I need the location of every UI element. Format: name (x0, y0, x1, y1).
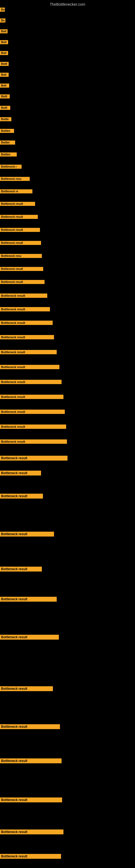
bar-label-38: Bottleneck result (0, 494, 43, 499)
bar-item-24: Bottleneck result (0, 280, 45, 285)
bar-item-29: Bottleneck result (0, 350, 57, 355)
bar-label-13: Bottler (0, 141, 15, 145)
bar-label-47: Bottleneck result (0, 830, 63, 834)
bar-label-34: Bottleneck result (0, 425, 66, 429)
bar-label-12: Bottlen (0, 129, 14, 133)
bar-label-37: Bottleneck result (0, 471, 41, 475)
bar-item-3: Bott (0, 29, 8, 34)
bar-item-30: Bottleneck result (0, 365, 59, 370)
bar-item-32: Bottleneck result (0, 395, 63, 400)
bar-item-34: Bottleneck result (0, 425, 66, 430)
bar-item-36: Bottleneck result (0, 456, 68, 462)
bar-label-11: Bottle (0, 117, 11, 121)
bar-item-2: Bo (0, 19, 5, 24)
bar-label-5: Bott (0, 51, 8, 55)
bar-label-29: Bottleneck result (0, 350, 57, 354)
bar-label-28: Bottleneck result (0, 335, 54, 339)
bar-label-10: Bottl (0, 106, 10, 110)
bar-item-26: Bottleneck result (0, 307, 50, 312)
bar-item-14: Bottlen (0, 152, 17, 158)
bar-item-38: Bottleneck result (0, 494, 43, 500)
bar-item-6: Bottl (0, 62, 9, 67)
bar-item-35: Bottleneck result (0, 439, 67, 445)
bar-item-16: Bottleneck resu (0, 177, 30, 182)
bar-label-35: Bottleneck result (0, 439, 67, 444)
bar-label-31: Bottleneck result (0, 380, 61, 384)
bar-item-15: Bottleneck r (0, 165, 21, 170)
bar-item-47: Bottleneck result (0, 830, 63, 835)
bar-item-5: Bott (0, 51, 8, 56)
bar-label-24: Bottleneck result (0, 280, 45, 284)
bar-label-22: Bottleneck resu (0, 254, 42, 258)
bar-label-26: Bottleneck result (0, 307, 50, 311)
bar-label-18: Bottleneck result (0, 202, 35, 206)
bar-label-36: Bottleneck result (0, 456, 68, 461)
bar-label-1: Bo (0, 8, 5, 12)
bar-item-18: Bottleneck result (0, 202, 35, 207)
site-title: TheBottlenecker.com (0, 0, 135, 8)
bar-item-42: Bottleneck result (0, 635, 59, 641)
bar-item-27: Bottleneck result (0, 321, 53, 326)
bar-item-33: Bottleneck result (0, 410, 65, 415)
bar-label-33: Bottleneck result (0, 410, 65, 414)
bar-item-4: Bott (0, 40, 8, 45)
bar-label-15: Bottleneck r (0, 165, 21, 169)
bar-item-22: Bottleneck resu (0, 254, 42, 259)
bar-label-39: Bottleneck result (0, 532, 54, 536)
bar-item-43: Bottleneck result (0, 686, 53, 692)
bar-label-7: Bott (0, 73, 9, 77)
bar-item-13: Bottler (0, 141, 15, 146)
bar-label-21: Bottleneck result (0, 241, 41, 245)
bar-item-8: Bott (0, 84, 9, 89)
bar-label-30: Bottleneck result (0, 365, 59, 369)
bar-label-8: Bott (0, 84, 9, 88)
bar-item-21: Bottleneck result (0, 241, 41, 246)
bar-item-19: Bottleneck result (0, 215, 38, 220)
bar-label-32: Bottleneck result (0, 395, 63, 399)
bar-item-37: Bottleneck result (0, 471, 41, 476)
bar-label-43: Bottleneck result (0, 686, 53, 691)
bar-item-25: Bottleneck result (0, 293, 47, 299)
bar-label-40: Bottleneck result (0, 567, 42, 571)
bar-label-14: Bottlen (0, 152, 17, 156)
bar-label-45: Bottleneck result (0, 758, 61, 763)
bar-label-44: Bottleneck result (0, 724, 60, 729)
bar-label-20: Bottleneck result (0, 228, 40, 232)
bar-item-17: Bottleneck re (0, 189, 32, 194)
bar-label-46: Bottleneck result (0, 798, 62, 802)
bar-label-9: Bottl (0, 94, 10, 98)
bar-label-6: Bottl (0, 62, 9, 66)
bar-item-9: Bottl (0, 94, 10, 99)
bar-label-3: Bott (0, 29, 8, 33)
bar-label-2: Bo (0, 19, 5, 23)
bar-item-44: Bottleneck result (0, 724, 60, 730)
bar-label-41: Bottleneck result (0, 597, 57, 601)
bar-item-10: Bottl (0, 106, 10, 111)
bar-item-12: Bottlen (0, 129, 14, 134)
bar-item-39: Bottleneck result (0, 532, 54, 538)
bar-item-20: Bottleneck result (0, 228, 40, 233)
bar-item-28: Bottleneck result (0, 335, 54, 340)
bar-item-41: Bottleneck result (0, 597, 57, 603)
bar-label-48: Bottleneck result (0, 854, 61, 859)
bar-item-23: Bottleneck result (0, 267, 43, 272)
bar-label-42: Bottleneck result (0, 635, 59, 640)
bar-item-1: Bo (0, 8, 5, 13)
bar-label-25: Bottleneck result (0, 293, 47, 298)
bar-item-48: Bottleneck result (0, 854, 61, 860)
bar-item-11: Bottle (0, 117, 11, 122)
bar-item-7: Bott (0, 73, 9, 78)
bar-label-17: Bottleneck re (0, 189, 32, 193)
bar-label-19: Bottleneck result (0, 215, 38, 219)
bar-item-40: Bottleneck result (0, 567, 42, 572)
bar-item-45: Bottleneck result (0, 758, 61, 764)
bar-item-31: Bottleneck result (0, 380, 61, 385)
bar-label-23: Bottleneck result (0, 267, 43, 271)
bar-item-46: Bottleneck result (0, 798, 62, 803)
bar-label-27: Bottleneck result (0, 321, 53, 325)
bar-label-16: Bottleneck resu (0, 177, 30, 181)
bar-label-4: Bott (0, 40, 8, 44)
